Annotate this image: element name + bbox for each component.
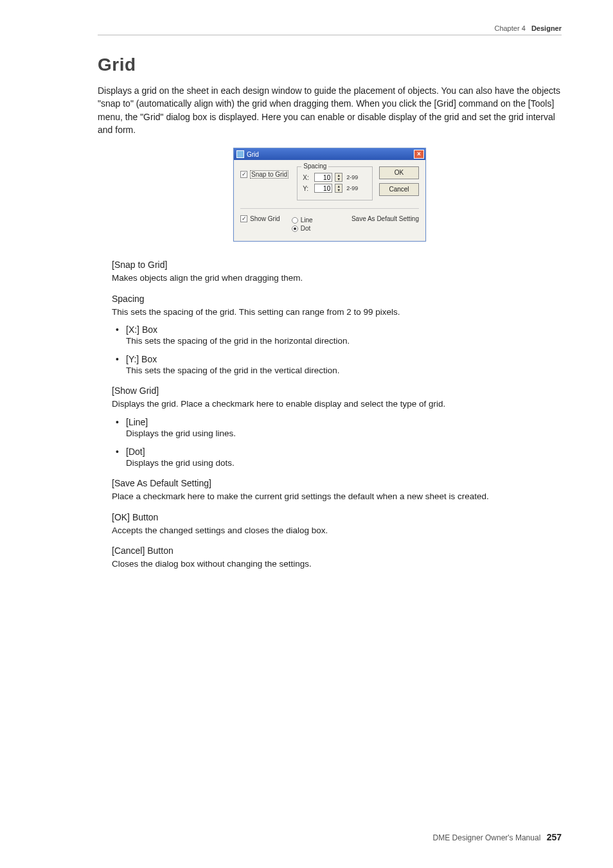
page-footer: DME Designer Owner's Manual 257: [433, 832, 562, 842]
ok-button[interactable]: OK: [379, 166, 419, 179]
section-ok: [OK] Button Accepts the changed settings…: [112, 512, 562, 537]
page-header: Chapter 4 Designer: [98, 24, 562, 32]
y-spinner[interactable]: ▲▼: [335, 184, 342, 193]
dialog-screenshot: Grid × ✓ Snap to Grid Spacing X:: [98, 148, 562, 242]
checkbox-icon: ✓: [240, 215, 247, 222]
section-heading: [Cancel] Button: [112, 545, 562, 556]
page-number: 257: [547, 832, 562, 842]
line-radio[interactable]: Line: [292, 217, 313, 224]
y-range: 2-99: [346, 185, 358, 191]
section-spacing: Spacing This sets the spacing of the gri…: [112, 294, 562, 377]
dialog-separator: [240, 208, 419, 209]
section-text: Place a checkmark here to make the curre…: [112, 490, 562, 503]
bullet-title: [Dot]: [126, 447, 562, 457]
list-item: [Y:] Box This sets the spacing of the gr…: [126, 354, 562, 377]
list-item: [Dot] Displays the grid using dots.: [126, 447, 562, 470]
section-heading: Spacing: [112, 294, 562, 304]
show-grid-checkbox[interactable]: ✓ Show Grid: [240, 215, 280, 222]
section-text: Makes objects align the grid when draggi…: [112, 272, 562, 285]
bullet-desc: This sets the spacing of the grid in the…: [126, 366, 339, 375]
section-text: Accepts the changed settings and closes …: [112, 524, 562, 537]
section-label: Designer: [531, 24, 562, 32]
checkbox-icon: ✓: [240, 171, 247, 178]
dialog-icon: [236, 150, 244, 158]
bullet-title: [Y:] Box: [126, 354, 562, 364]
grid-dialog: Grid × ✓ Snap to Grid Spacing X:: [233, 148, 426, 242]
section-heading: [Snap to Grid]: [112, 260, 562, 270]
x-range: 2-99: [346, 174, 358, 181]
section-heading: [Save As Default Setting]: [112, 478, 562, 488]
y-label: Y:: [303, 185, 312, 192]
close-icon[interactable]: ×: [414, 150, 424, 159]
section-heading: [OK] Button: [112, 512, 562, 522]
radio-icon: [292, 226, 298, 232]
show-grid-label: Show Grid: [250, 215, 280, 222]
y-input[interactable]: [314, 184, 332, 193]
manual-title: DME Designer Owner's Manual: [433, 833, 541, 842]
x-label: X:: [303, 174, 312, 181]
bullet-desc: Displays the grid using lines.: [126, 429, 236, 438]
dialog-title: Grid: [247, 151, 259, 158]
page-title: Grid: [98, 55, 562, 75]
section-text: This sets the spacing of the grid. This …: [112, 306, 562, 319]
section-text: Closes the dialog box without changing t…: [112, 558, 562, 571]
bullet-title: [X:] Box: [126, 324, 562, 335]
snap-to-grid-label: Snap to Grid: [250, 170, 289, 179]
bullet-desc: This sets the spacing of the grid in the…: [126, 336, 350, 346]
cancel-button[interactable]: Cancel: [379, 183, 419, 196]
section-showgrid: [Show Grid] Displays the grid. Place a c…: [112, 385, 562, 469]
save-default-checkbox[interactable]: Save As Default Setting: [349, 215, 419, 222]
bullet-title: [Line]: [126, 417, 562, 427]
section-snap: [Snap to Grid] Makes objects align the g…: [112, 260, 562, 285]
dialog-titlebar: Grid ×: [234, 148, 425, 160]
chapter-label: Chapter 4: [494, 24, 525, 32]
section-cancel: [Cancel] Button Closes the dialog box wi…: [112, 545, 562, 571]
spacing-legend: Spacing: [301, 163, 328, 170]
spacing-group: Spacing X: ▲▼ 2-99 Y: ▲▼ 2-99: [297, 166, 373, 200]
grid-style-radios: Line Dot: [292, 215, 313, 233]
list-item: [X:] Box This sets the spacing of the gr…: [126, 324, 562, 348]
section-text: Displays the grid. Place a checkmark her…: [112, 398, 562, 411]
intro-paragraph: Displays a grid on the sheet in each des…: [98, 84, 562, 136]
bullet-desc: Displays the grid using dots.: [126, 458, 235, 468]
radio-icon: [292, 217, 298, 224]
section-savedef: [Save As Default Setting] Place a checkm…: [112, 478, 562, 503]
x-input[interactable]: [314, 173, 332, 182]
header-rule: [98, 35, 562, 35]
x-spinner[interactable]: ▲▼: [335, 173, 342, 182]
dot-radio[interactable]: Dot: [292, 225, 313, 232]
snap-to-grid-checkbox[interactable]: ✓ Snap to Grid: [240, 170, 290, 179]
list-item: [Line] Displays the grid using lines.: [126, 417, 562, 440]
save-default-label: Save As Default Setting: [351, 215, 419, 222]
section-heading: [Show Grid]: [112, 385, 562, 396]
